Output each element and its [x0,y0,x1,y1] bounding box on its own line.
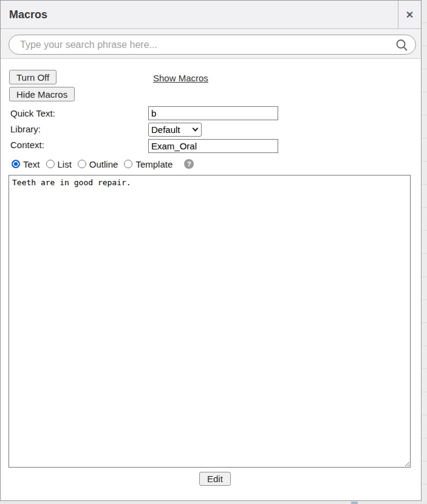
radio-text[interactable] [12,160,20,168]
dialog-titlebar: Macros ✕ [1,1,421,29]
radio-text-label: Text [23,159,40,169]
radio-template[interactable] [124,160,132,168]
radio-template-label: Template [135,159,173,169]
background-artifact [351,502,358,504]
search-icon[interactable] [395,38,409,55]
close-button[interactable]: ✕ [398,1,421,29]
radio-list-label: List [58,159,72,169]
hide-macros-button[interactable]: Hide Macros [9,87,75,101]
dialog-title: Macros [9,1,47,29]
background-page-bottom [0,501,427,504]
context-label: Context: [10,140,44,150]
macro-content-textarea[interactable]: Teeth are in good repair. [9,175,411,468]
library-select[interactable]: Default [148,123,202,137]
quick-text-label: Quick Text: [10,108,55,118]
radio-list[interactable] [46,160,55,168]
radio-outline[interactable] [78,160,86,168]
close-icon: ✕ [406,9,414,21]
macros-dialog: Macros ✕ Turn Off Show Macros Hide Macro… [0,0,422,501]
help-glyph: ? [187,160,191,168]
background-page-sliver [422,0,427,504]
search-input[interactable] [20,36,391,53]
page: Macros ✕ Turn Off Show Macros Hide Macro… [0,0,427,504]
radio-outline-label: Outline [89,159,118,169]
search-section [1,30,421,59]
search-box[interactable] [9,35,416,55]
help-icon[interactable]: ? [184,159,194,169]
context-input[interactable] [148,139,278,153]
edit-button[interactable]: Edit [199,472,231,486]
library-label: Library: [10,124,41,134]
macro-type-selector: Text List Outline Template ? [12,158,194,169]
turn-off-button[interactable]: Turn Off [9,70,56,84]
quick-text-input[interactable] [148,106,278,120]
library-select-wrap: Default [148,123,202,137]
show-macros-link[interactable]: Show Macros [153,73,208,83]
